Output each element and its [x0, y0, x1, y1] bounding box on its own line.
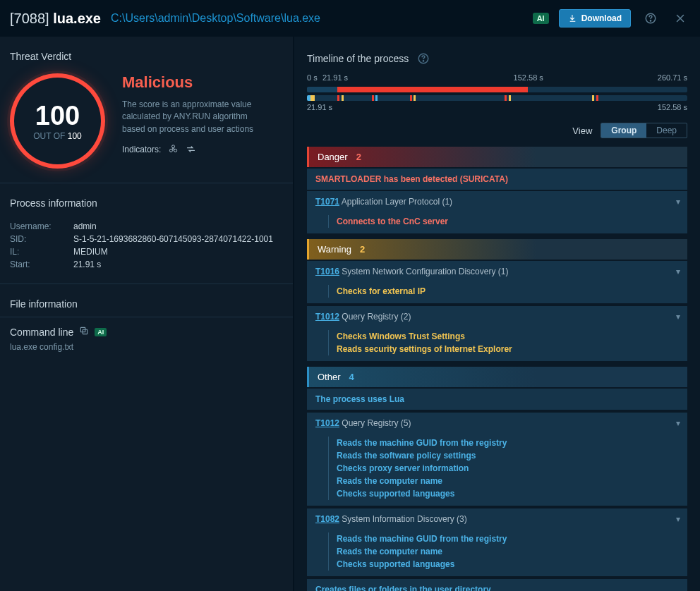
category-count: 2 — [360, 244, 365, 255]
view-group-button[interactable]: Group — [601, 123, 646, 138]
category-title: Warning — [318, 244, 351, 255]
malicious-label: Malicious — [122, 73, 270, 92]
score-outof-prefix: OUT OF — [33, 131, 67, 141]
sub-line[interactable]: Checks Windows Trust Settings — [328, 330, 679, 343]
other-entry[interactable]: The process uses Lua — [307, 389, 687, 410]
title-bar: [7088] lua.exe C:\Users\admin\Desktop\So… — [0, 0, 700, 37]
tl-label: 21.91 s — [322, 73, 348, 82]
technique-label: System Network Configuration Discovery (… — [339, 267, 508, 276]
kv-row: IL:MEDIUM — [10, 245, 283, 258]
kv-val: MEDIUM — [73, 247, 108, 257]
process-name: lua.exe — [53, 11, 101, 26]
category-title: Danger — [318, 152, 348, 162]
tl-label: 152.58 s — [514, 73, 543, 82]
ai-badge[interactable]: AI — [533, 13, 549, 24]
swap-icon — [186, 144, 196, 154]
timeline-header: Timeline of the process — [307, 37, 687, 73]
other-entry[interactable]: T1012 Query Registry (5) ▾ — [307, 413, 687, 434]
copy-button[interactable] — [79, 326, 89, 338]
command-line-text: lua.exe config.txt — [0, 342, 293, 352]
indicators-row: Indicators: — [122, 144, 270, 154]
sub-line[interactable]: Reads security settings of Internet Expl… — [328, 343, 679, 355]
chevron-down-icon[interactable]: ▾ — [676, 418, 680, 428]
close-button[interactable] — [670, 8, 690, 28]
left-panel: Threat Verdict 100 OUT OF 100 Malicious … — [0, 37, 293, 591]
category-title: Other — [318, 372, 341, 382]
sub-line[interactable]: Checks supported languages — [328, 487, 679, 500]
sub-line[interactable]: Checks proxy server information — [328, 462, 679, 475]
tl-label: 260.71 s — [658, 73, 687, 82]
sub-line[interactable]: Reads the software policy settings — [328, 449, 679, 462]
svg-point-1 — [650, 20, 651, 21]
technique-link[interactable]: T1012 — [315, 312, 339, 322]
svg-point-5 — [174, 150, 177, 152]
kv-row: SID:S-1-5-21-1693682860-607145093-287407… — [10, 233, 283, 245]
sub-line[interactable]: Checks supported languages — [328, 558, 679, 571]
chevron-down-icon[interactable]: ▾ — [676, 197, 680, 207]
category-warning: Warning 2 — [307, 239, 687, 260]
ai-mini-badge[interactable]: AI — [95, 328, 107, 336]
view-deep-button[interactable]: Deep — [646, 123, 687, 138]
svg-point-9 — [423, 61, 424, 61]
technique-link[interactable]: T1012 — [315, 418, 339, 428]
danger-entry[interactable]: T1071 Application Layer Protocol (1) ▾ — [307, 191, 687, 212]
verdict-text: Malicious The score is an approximate va… — [122, 73, 270, 169]
technique-link[interactable]: T1016 — [315, 267, 339, 276]
sub-line[interactable]: Reads the computer name — [328, 545, 679, 558]
kv-row: Username:admin — [10, 220, 283, 233]
score-outof-max: 100 — [68, 131, 82, 141]
entry-sub: Reads the machine GUID from the registry… — [307, 432, 687, 506]
timeline-top-labels: 0 s 21.91 s 152.58 s 260.71 s — [307, 73, 687, 85]
kv-row: Start:21.91 s — [10, 258, 283, 271]
chevron-down-icon[interactable]: ▾ — [676, 312, 680, 322]
sub-line[interactable]: Reads the computer name — [328, 475, 679, 487]
timeline-bar-detail[interactable] — [307, 95, 687, 101]
threat-verdict-title: Threat Verdict — [0, 37, 293, 69]
kv-val: 21.91 s — [73, 260, 101, 269]
technique-label: System Information Discovery (3) — [339, 514, 467, 524]
warning-entry[interactable]: T1016 System Network Configuration Disco… — [307, 261, 687, 282]
tl-label: 0 s — [307, 73, 318, 82]
download-button[interactable]: Download — [559, 9, 631, 28]
timeline-title: Timeline of the process — [307, 53, 409, 64]
other-entry[interactable]: Creates files or folders in the user dir… — [307, 579, 687, 591]
entry-sub: Reads the machine GUID from the registry… — [307, 528, 687, 576]
sub-line[interactable]: Reads the machine GUID from the registry — [328, 532, 679, 545]
indicators-label: Indicators: — [122, 145, 161, 154]
sub-line[interactable]: Checks for external IP — [328, 285, 679, 298]
chevron-down-icon[interactable]: ▾ — [676, 514, 680, 524]
category-other: Other 4 — [307, 367, 687, 387]
process-info: Username:admin SID:S-1-5-21-1693682860-6… — [0, 216, 293, 284]
chevron-down-icon[interactable]: ▾ — [676, 267, 680, 276]
sub-line[interactable]: Connects to the CnC server — [328, 215, 679, 228]
command-line-header: Command line AI — [0, 317, 293, 342]
technique-label: Query Registry (5) — [339, 418, 411, 428]
view-toggle[interactable]: Group Deep — [601, 123, 687, 138]
help-icon[interactable] — [417, 52, 430, 65]
danger-entry[interactable]: SMARTLOADER has been detected (SURICATA) — [307, 169, 687, 190]
score-value: 100 — [35, 101, 80, 131]
technique-link[interactable]: T1082 — [315, 514, 339, 524]
tl-label: 152.58 s — [658, 103, 687, 111]
tl-label: 21.91 s — [307, 103, 332, 111]
kv-key: Username: — [10, 221, 73, 231]
other-entry[interactable]: T1082 System Information Discovery (3) ▾ — [307, 508, 687, 530]
verdict-description: The score is an approximate value calcul… — [122, 99, 270, 135]
file-info-title[interactable]: File information — [0, 284, 293, 317]
category-count: 4 — [349, 372, 354, 382]
entry-sub: Connects to the CnC server — [307, 211, 687, 233]
process-pid: [7088] — [10, 11, 49, 26]
kv-key: Start: — [10, 260, 73, 269]
help-button[interactable] — [641, 8, 660, 28]
kv-val: S-1-5-21-1693682860-607145093-2874071422… — [73, 234, 273, 244]
sub-line[interactable]: Reads the machine GUID from the registry — [328, 437, 679, 449]
technique-link[interactable]: T1071 — [315, 197, 339, 207]
score-outof: OUT OF 100 — [33, 131, 81, 141]
category-count: 2 — [356, 152, 361, 162]
copy-icon — [79, 326, 89, 336]
kv-key: SID: — [10, 234, 73, 244]
view-toggle-row: View Group Deep — [307, 111, 687, 147]
warning-entry[interactable]: T1012 Query Registry (2) ▾ — [307, 306, 687, 327]
timeline-bar-overview[interactable] — [307, 87, 687, 92]
download-icon — [568, 14, 577, 23]
